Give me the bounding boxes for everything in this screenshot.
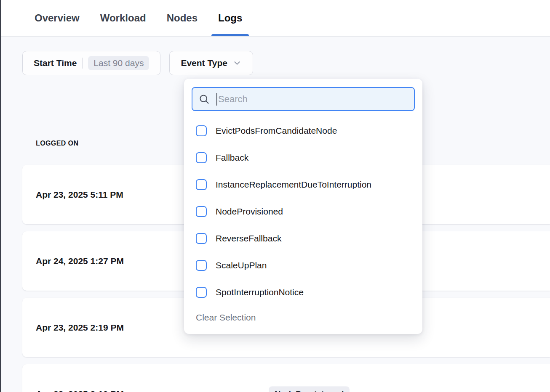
event-type-option[interactable]: InstanceReplacementDueToInterruption	[184, 171, 422, 198]
event-type-filter[interactable]: Event Type	[169, 51, 253, 75]
tab-bar: OverviewWorkloadNodesLogs	[1, 0, 550, 37]
checkbox-unchecked-icon[interactable]	[196, 206, 207, 217]
event-type-option[interactable]: ScaleUpPlan	[184, 252, 422, 279]
search-icon	[198, 93, 210, 105]
checkbox-unchecked-icon[interactable]	[196, 179, 207, 190]
event-type-option[interactable]: NodeProvisioned	[184, 198, 422, 225]
tab-logs[interactable]: Logs	[218, 0, 242, 36]
event-type-dropdown: EvictPodsFromCandidateNode Fallback Inst…	[184, 79, 422, 334]
event-type-option[interactable]: EvictPodsFromCandidateNode	[184, 117, 422, 144]
table-row[interactable]: Apr 23, 2025 2:19 PM NodeProvisioned	[22, 364, 550, 392]
search-input[interactable]	[217, 94, 408, 105]
event-type-badge: NodeProvisioned	[269, 386, 350, 392]
logged-on-value: Apr 24, 2025 1:27 PM	[36, 256, 124, 266]
checkbox-unchecked-icon[interactable]	[196, 152, 207, 163]
checkbox-unchecked-icon[interactable]	[196, 125, 207, 136]
clear-selection-button[interactable]: Clear Selection	[196, 313, 256, 323]
start-time-filter[interactable]: Start Time Last 90 days	[22, 51, 160, 75]
chevron-down-icon	[232, 58, 242, 68]
logged-on-value: Apr 23, 2025 5:11 PM	[36, 190, 123, 200]
event-type-option[interactable]: Fallback	[184, 144, 422, 171]
start-time-value[interactable]: Last 90 days	[88, 56, 149, 70]
event-type-option[interactable]: SpotInterruptionNotice	[184, 279, 422, 306]
logged-on-value: Apr 23, 2025 2:19 PM	[36, 323, 124, 333]
column-header-logged-on: LOGGED ON	[36, 140, 78, 147]
filter-separator	[82, 58, 83, 69]
logged-on-value: Apr 23, 2025 2:19 PM	[36, 389, 124, 392]
filter-row: Start Time Last 90 days Event Type	[22, 51, 253, 75]
tab-nodes[interactable]: Nodes	[167, 0, 198, 36]
event-type-option[interactable]: ReverseFallback	[184, 225, 422, 252]
event-type-options: EvictPodsFromCandidateNode Fallback Inst…	[184, 117, 422, 306]
checkbox-unchecked-icon[interactable]	[196, 260, 207, 271]
logs-page: OverviewWorkloadNodesLogs Start Time Las…	[0, 0, 550, 392]
tab-workload[interactable]: Workload	[100, 0, 146, 36]
dropdown-search[interactable]	[192, 87, 415, 111]
checkbox-unchecked-icon[interactable]	[196, 287, 207, 298]
event-type-label: Event Type	[181, 58, 227, 68]
checkbox-unchecked-icon[interactable]	[196, 233, 207, 244]
start-time-label: Start Time	[34, 58, 77, 68]
tabs: OverviewWorkloadNodesLogs	[35, 0, 242, 36]
content-area: Start Time Last 90 days Event Type LOGGE…	[1, 37, 550, 392]
tab-overview[interactable]: Overview	[35, 0, 80, 36]
